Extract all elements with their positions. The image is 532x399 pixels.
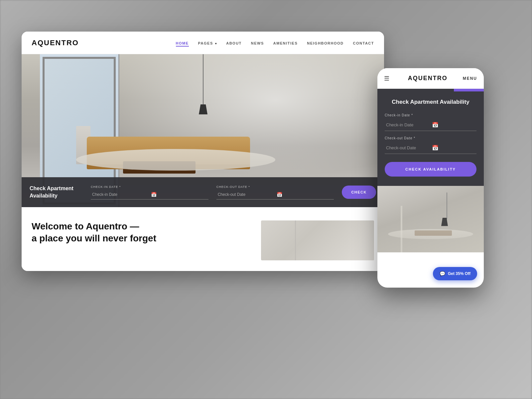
desktop-checkin-field[interactable]: Check-in Date * Check-in Date 📅 xyxy=(91,185,208,200)
nav-item-news[interactable]: NEWS xyxy=(251,40,264,46)
welcome-title-line1: Welcome to Aquentro — xyxy=(32,221,139,231)
mobile-checkin-label: Check-in Date * xyxy=(385,113,476,117)
mobile-checkin-input[interactable]: Check-in Date 📅 xyxy=(385,119,476,131)
mobile-checkin-placeholder: Check-in Date xyxy=(386,122,429,127)
mobile-check-availability-button[interactable]: CHECK AVAILABILITY xyxy=(385,162,476,177)
desktop-checkin-placeholder: Check-in Date xyxy=(92,192,148,197)
desktop-mockup: AQUENTRO HOME PAGES ▾ ABOUT NEWS AMENITI… xyxy=(22,32,384,271)
nav-link-home[interactable]: HOME xyxy=(176,41,189,47)
welcome-title-line2: a place you will never forget xyxy=(32,233,156,243)
nav-link-news[interactable]: NEWS xyxy=(251,41,264,45)
nav-item-amenities[interactable]: AMENITIES xyxy=(273,40,298,46)
welcome-section: Welcome to Aquentro — a place you will n… xyxy=(22,207,384,271)
nav-link-contact[interactable]: CONTACT xyxy=(353,41,374,45)
desktop-checkin-label: Check-in Date * xyxy=(91,185,208,189)
chat-bubble-icon: 💬 xyxy=(440,271,445,276)
welcome-img-pillar xyxy=(295,220,296,260)
mobile-calendar-icon-1: 📅 xyxy=(432,122,475,128)
desktop-checkout-input-wrapper[interactable]: Check-out Date 📅 xyxy=(216,190,334,200)
mobile-logo: AQUENTRO xyxy=(393,75,463,82)
mobile-calendar-icon-2: 📅 xyxy=(432,145,475,151)
nav-item-neighborhood[interactable]: NEIGHBORHOOD xyxy=(307,40,343,46)
nav-link-amenities[interactable]: AMENITIES xyxy=(273,41,298,45)
hamburger-icon[interactable]: ☰ xyxy=(384,75,389,82)
desktop-checkout-label: Check-out Date * xyxy=(216,185,334,189)
discount-button[interactable]: 💬 Get 35% Off xyxy=(433,267,477,280)
mobile-booking-title: Check Apartment Availability xyxy=(385,98,476,106)
calendar-icon: 📅 xyxy=(151,192,207,197)
mobile-navbar: ☰ AQUENTRO MENU xyxy=(377,68,484,89)
mobile-checkout-label: Check-out Date * xyxy=(385,136,476,140)
mobile-checkin-field[interactable]: Check-in Date * Check-in Date 📅 xyxy=(385,113,476,131)
mobile-checkout-placeholder: Check-out Date xyxy=(386,145,429,150)
welcome-text: Welcome to Aquentro — a place you will n… xyxy=(32,220,251,260)
nav-item-pages[interactable]: PAGES ▾ xyxy=(198,40,217,46)
welcome-title: Welcome to Aquentro — a place you will n… xyxy=(32,220,251,245)
mobile-rug xyxy=(388,229,473,239)
desktop-nav-links: HOME PAGES ▾ ABOUT NEWS AMENITIES NEIGHB… xyxy=(176,40,374,46)
desktop-navbar: AQUENTRO HOME PAGES ▾ ABOUT NEWS AMENITI… xyxy=(22,32,384,54)
mobile-purple-accent xyxy=(454,89,484,91)
pendant-lamp xyxy=(203,54,203,108)
mobile-lamp-cord xyxy=(447,193,447,219)
mobile-mockup: ☰ AQUENTRO MENU Check Apartment Availabi… xyxy=(377,68,484,288)
hero-area: Check Apartment Availability Check-in Da… xyxy=(22,54,384,207)
desktop-logo: AQUENTRO xyxy=(32,39,176,47)
mobile-booking-section: Check Apartment Availability Check-in Da… xyxy=(377,89,484,186)
nav-item-home[interactable]: HOME xyxy=(176,40,189,46)
discount-button-label: Get 35% Off xyxy=(448,271,470,276)
welcome-img-bg xyxy=(261,220,374,260)
nav-link-pages[interactable]: PAGES xyxy=(198,41,213,45)
nav-item-about[interactable]: ABOUT xyxy=(226,40,242,46)
mobile-hero-image xyxy=(377,186,484,252)
mobile-pillar-1 xyxy=(401,206,402,252)
mobile-checkout-input[interactable]: Check-out Date 📅 xyxy=(385,142,476,154)
dropdown-arrow-icon: ▾ xyxy=(215,42,217,45)
calendar-icon-2: 📅 xyxy=(277,192,333,197)
desktop-booking-bar: Check Apartment Availability Check-in Da… xyxy=(22,177,384,207)
nav-link-neighborhood[interactable]: NEIGHBORHOOD xyxy=(307,41,343,45)
nav-item-contact[interactable]: CONTACT xyxy=(353,40,374,46)
hero-rug xyxy=(76,149,276,170)
mobile-hero-bg xyxy=(377,186,484,252)
desktop-checkout-field[interactable]: Check-out Date * Check-out Date 📅 xyxy=(216,185,334,200)
desktop-check-button[interactable]: CHECK xyxy=(342,186,376,199)
mobile-menu-label: MENU xyxy=(463,76,477,81)
desktop-booking-title: Check Apartment Availability xyxy=(30,185,83,200)
desktop-checkout-placeholder: Check-out Date xyxy=(218,192,274,197)
nav-link-about[interactable]: ABOUT xyxy=(226,41,242,45)
desktop-checkin-input-wrapper[interactable]: Check-in Date 📅 xyxy=(91,190,208,200)
welcome-image xyxy=(261,220,374,260)
mobile-checkout-field[interactable]: Check-out Date * Check-out Date 📅 xyxy=(385,136,476,154)
